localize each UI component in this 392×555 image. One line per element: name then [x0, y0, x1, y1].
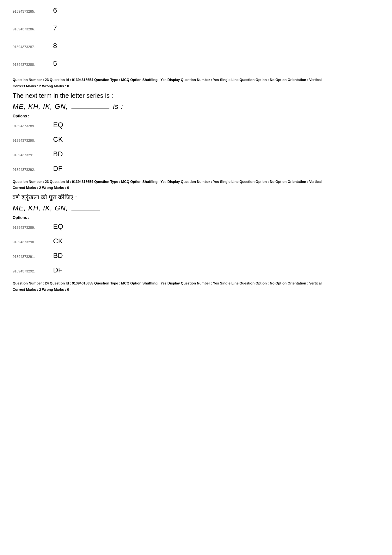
option-id-bd-1: 91394373291.	[13, 153, 51, 157]
option-id-ck-2: 91394373290.	[13, 240, 51, 244]
answer-value-3: 8	[53, 42, 57, 50]
q23-eng-options-label: Options :	[13, 114, 379, 118]
q23-eng-text1: The next term in the letter series is :	[13, 91, 379, 100]
option-row-df-1: 91394373292. DF	[13, 165, 379, 173]
q23-eng-series: ME, KH, IK, GN, is :	[13, 103, 379, 111]
q23-hin-series: ME, KH, IK, GN,	[13, 204, 379, 212]
option-id-df-2: 91394373292.	[13, 269, 51, 273]
answer-section-top: 91394373285. 6 91394373286. 7 9139437328…	[13, 6, 379, 68]
answer-id-2: 91394373286.	[13, 27, 51, 31]
question-23-english: Question Number : 23 Question Id : 91394…	[13, 77, 379, 173]
answer-row-3: 91394373287. 8	[13, 42, 379, 50]
question-24: Question Number : 24 Question Id : 91394…	[13, 281, 379, 291]
q24-marks: Correct Marks : 2 Wrong Marks : 0	[13, 288, 379, 291]
option-val-bd-2: BD	[53, 252, 63, 260]
option-id-df-1: 91394373292.	[13, 168, 51, 171]
option-val-ck-2: CK	[53, 237, 63, 245]
answer-value-4: 5	[53, 59, 57, 68]
option-row-eq-1: 91394373289. EQ	[13, 121, 379, 129]
option-val-df-1: DF	[53, 165, 62, 173]
option-val-df-2: DF	[53, 266, 62, 274]
q23-hin-meta: Question Number : 23 Question Id : 91394…	[13, 179, 379, 185]
option-row-ck-1: 91394373290. CK	[13, 135, 379, 144]
answer-id-3: 91394373287.	[13, 45, 51, 49]
q23-eng-marks: Correct Marks : 2 Wrong Marks : 0	[13, 84, 379, 88]
answer-id-4: 91394373288.	[13, 63, 51, 66]
answer-value-2: 7	[53, 24, 57, 32]
q23-eng-options: 91394373289. EQ 91394373290. CK 91394373…	[13, 121, 379, 173]
option-id-eq-2: 91394373289.	[13, 226, 51, 229]
blank-space-1	[71, 109, 109, 109]
question-23-hindi: Question Number : 23 Question Id : 91394…	[13, 179, 379, 275]
q23-hin-options: 91394373289. EQ 91394373290. CK 91394373…	[13, 222, 379, 274]
answer-id-1: 91394373285.	[13, 9, 51, 13]
option-id-bd-2: 91394373291.	[13, 255, 51, 259]
option-val-eq-2: EQ	[53, 222, 63, 231]
q23-hin-text1: वर्ण श्रृंखला को पूरा कीजिए :	[13, 193, 379, 202]
option-row-ck-2: 91394373290. CK	[13, 237, 379, 245]
option-row-eq-2: 91394373289. EQ	[13, 222, 379, 231]
option-val-bd-1: BD	[53, 150, 63, 158]
option-id-eq-1: 91394373289.	[13, 124, 51, 128]
q23-eng-meta: Question Number : 23 Question Id : 91394…	[13, 77, 379, 83]
q24-meta: Question Number : 24 Question Id : 91394…	[13, 281, 379, 286]
option-row-bd-1: 91394373291. BD	[13, 150, 379, 158]
option-val-ck-1: CK	[53, 135, 63, 144]
option-row-df-2: 91394373292. DF	[13, 266, 379, 274]
answer-row-2: 91394373286. 7	[13, 24, 379, 32]
option-id-ck-1: 91394373290.	[13, 139, 51, 142]
answer-value-1: 6	[53, 6, 57, 15]
option-val-eq-1: EQ	[53, 121, 63, 129]
answer-row-1: 91394373285. 6	[13, 6, 379, 15]
option-row-bd-2: 91394373291. BD	[13, 252, 379, 260]
q23-hin-options-label: Options :	[13, 215, 379, 220]
blank-space-2	[71, 210, 100, 210]
q23-hin-marks: Correct Marks : 2 Wrong Marks : 0	[13, 186, 379, 190]
answer-row-4: 91394373288. 5	[13, 59, 379, 68]
